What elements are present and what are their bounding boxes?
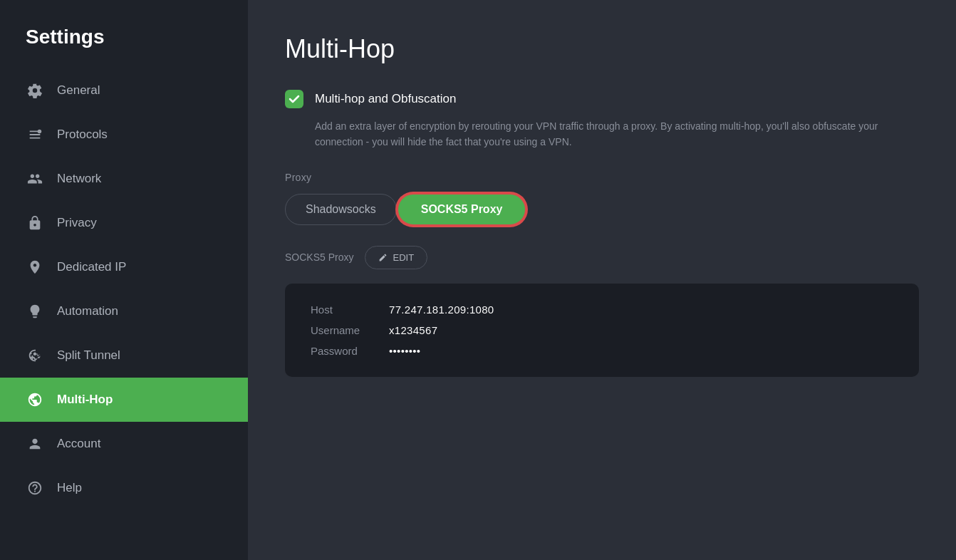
socks5-proxy-row: SOCKS5 Proxy EDIT — [285, 246, 919, 269]
gear-icon — [26, 81, 44, 100]
username-value: x1234567 — [389, 324, 437, 336]
sidebar-label-multi-hop: Multi-Hop — [57, 393, 113, 407]
password-label: Password — [311, 345, 389, 357]
edit-button-label: EDIT — [393, 252, 414, 263]
socks5-info-card: Host 77.247.181.209:1080 Username x12345… — [285, 284, 919, 377]
sidebar-item-protocols[interactable]: Protocols — [0, 113, 248, 157]
sidebar-label-general: General — [57, 83, 100, 98]
sidebar-item-general[interactable]: General — [0, 68, 248, 113]
multihop-checkbox[interactable] — [285, 90, 303, 108]
sidebar-item-network[interactable]: Network — [0, 157, 248, 201]
username-row: Username x1234567 — [311, 324, 893, 336]
sidebar-item-dedicated-ip[interactable]: Dedicated IP — [0, 245, 248, 289]
sidebar-item-privacy[interactable]: Privacy — [0, 201, 248, 245]
main-content: Multi-Hop Multi-hop and Obfuscation Add … — [248, 0, 956, 560]
sidebar-nav: General Protocols Network — [0, 68, 248, 560]
sidebar-label-automation: Automation — [57, 304, 118, 318]
split-tunnel-icon — [26, 346, 44, 365]
multi-hop-icon — [26, 390, 44, 409]
shadowsocks-button[interactable]: Shadowsocks — [285, 194, 397, 225]
sidebar-title: Settings — [0, 0, 248, 68]
proxy-toggle-group: Shadowsocks SOCKS5 Proxy — [285, 193, 919, 226]
protocols-icon — [26, 125, 44, 144]
sidebar-label-protocols: Protocols — [57, 128, 108, 142]
sidebar-label-help: Help — [57, 481, 82, 495]
host-value: 77.247.181.209:1080 — [389, 304, 494, 316]
network-icon — [26, 170, 44, 188]
socks5-section-label: SOCKS5 Proxy — [285, 252, 353, 263]
sidebar-label-dedicated-ip: Dedicated IP — [57, 260, 126, 274]
host-row: Host 77.247.181.209:1080 — [311, 304, 893, 316]
username-label: Username — [311, 324, 389, 336]
sidebar-label-split-tunnel: Split Tunnel — [57, 348, 120, 363]
svg-point-0 — [38, 130, 41, 134]
sidebar-item-account[interactable]: Account — [0, 422, 248, 466]
sidebar: Settings General Protocols — [0, 0, 248, 560]
page-title: Multi-Hop — [285, 34, 919, 64]
help-icon — [26, 479, 44, 497]
sidebar-item-split-tunnel[interactable]: Split Tunnel — [0, 333, 248, 378]
sidebar-label-privacy: Privacy — [57, 216, 97, 230]
edit-button[interactable]: EDIT — [365, 246, 427, 269]
host-label: Host — [311, 304, 389, 316]
automation-icon — [26, 302, 44, 321]
password-value: •••••••• — [389, 345, 420, 357]
socks5-proxy-button[interactable]: SOCKS5 Proxy — [397, 193, 527, 226]
multihop-description: Add an extra layer of encryption by rero… — [315, 118, 919, 150]
multihop-checkbox-row: Multi-hop and Obfuscation — [285, 90, 919, 108]
sidebar-item-multi-hop[interactable]: Multi-Hop — [0, 378, 248, 422]
sidebar-item-automation[interactable]: Automation — [0, 289, 248, 333]
proxy-section-label: Proxy — [285, 172, 919, 183]
password-row: Password •••••••• — [311, 345, 893, 357]
sidebar-label-account: Account — [57, 437, 100, 451]
dedicated-ip-icon — [26, 258, 44, 276]
sidebar-item-help[interactable]: Help — [0, 466, 248, 510]
sidebar-label-network: Network — [57, 172, 101, 186]
lock-icon — [26, 214, 44, 232]
account-icon — [26, 435, 44, 453]
edit-icon — [378, 253, 388, 262]
multihop-checkbox-label: Multi-hop and Obfuscation — [315, 92, 456, 106]
